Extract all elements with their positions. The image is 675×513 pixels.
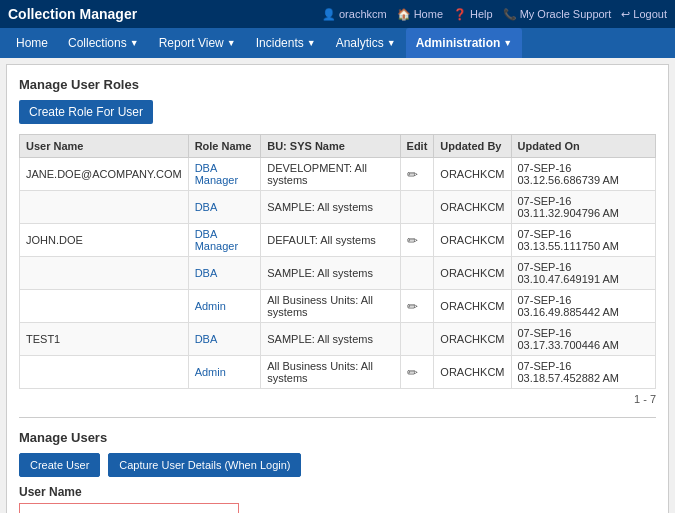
nav-report-view[interactable]: Report View ▼ — [149, 28, 246, 58]
logout-icon: ↩ — [621, 8, 630, 21]
roles-table: User Name Role Name BU: SYS Name Edit Up… — [19, 134, 656, 389]
cell-updatedby: ORACHKCM — [434, 224, 511, 257]
cell-role: DBA Manager — [188, 158, 261, 191]
cell-bu: SAMPLE: All systems — [261, 257, 400, 290]
support-link[interactable]: 📞 My Oracle Support — [503, 8, 612, 21]
col-updatedby: Updated By — [434, 135, 511, 158]
manage-roles-section: Manage User Roles Create Role For User U… — [19, 77, 656, 405]
incidents-caret: ▼ — [307, 38, 316, 48]
cell-updatedby: ORACHKCM — [434, 158, 511, 191]
cell-username: TEST1 — [20, 323, 189, 356]
cell-updatedon: 07-SEP-16 03.18.57.452882 AM — [511, 356, 656, 389]
cell-updatedon: 07-SEP-16 03.12.56.686739 AM — [511, 158, 656, 191]
cell-edit: ✏ — [400, 224, 434, 257]
col-username: User Name — [20, 135, 189, 158]
top-bar-links: 👤 orachkcm 🏠 Home ❓ Help 📞 My Oracle Sup… — [322, 8, 667, 21]
home-icon: 🏠 — [397, 8, 411, 21]
cell-role: Admin — [188, 356, 261, 389]
admin-caret: ▼ — [503, 38, 512, 48]
cell-edit — [400, 257, 434, 290]
cell-username — [20, 191, 189, 224]
cell-bu: DEVELOPMENT: All systems — [261, 158, 400, 191]
nav-administration[interactable]: Administration ▼ — [406, 28, 523, 58]
table-row: JANE.DOE@ACOMPANY.COM DBA Manager DEVELO… — [20, 158, 656, 191]
edit-icon[interactable]: ✏ — [407, 365, 418, 380]
section-divider — [19, 417, 656, 418]
cell-bu: All Business Units: All systems — [261, 356, 400, 389]
cell-updatedon: 07-SEP-16 03.11.32.904796 AM — [511, 191, 656, 224]
username-input[interactable] — [19, 503, 239, 513]
cell-username — [20, 257, 189, 290]
cell-edit: ✏ — [400, 356, 434, 389]
col-updatedon: Updated On — [511, 135, 656, 158]
table-row: DBA SAMPLE: All systems ORACHKCM 07-SEP-… — [20, 191, 656, 224]
cell-updatedby: ORACHKCM — [434, 191, 511, 224]
manage-users-buttons: Create User Capture User Details (When L… — [19, 453, 656, 477]
cell-bu: All Business Units: All systems — [261, 290, 400, 323]
create-role-button[interactable]: Create Role For User — [19, 100, 153, 124]
cell-username — [20, 356, 189, 389]
table-row: DBA SAMPLE: All systems ORACHKCM 07-SEP-… — [20, 257, 656, 290]
user-info: 👤 orachkcm — [322, 8, 387, 21]
edit-icon[interactable]: ✏ — [407, 167, 418, 182]
nav-collections[interactable]: Collections ▼ — [58, 28, 149, 58]
app-title: Collection Manager — [8, 6, 137, 22]
cell-edit — [400, 323, 434, 356]
cell-role: Admin — [188, 290, 261, 323]
phone-icon: 📞 — [503, 8, 517, 21]
edit-icon[interactable]: ✏ — [407, 299, 418, 314]
cell-updatedby: ORACHKCM — [434, 323, 511, 356]
cell-role: DBA — [188, 191, 261, 224]
col-rolename: Role Name — [188, 135, 261, 158]
logout-link[interactable]: ↩ Logout — [621, 8, 667, 21]
manage-users-section: Manage Users Create User Capture User De… — [19, 430, 656, 513]
cell-updatedon: 07-SEP-16 03.17.33.700446 AM — [511, 323, 656, 356]
cell-edit: ✏ — [400, 290, 434, 323]
manage-users-title: Manage Users — [19, 430, 656, 445]
table-row: JOHN.DOE DBA Manager DEFAULT: All system… — [20, 224, 656, 257]
edit-icon[interactable]: ✏ — [407, 233, 418, 248]
create-user-button[interactable]: Create User — [19, 453, 100, 477]
cell-edit: ✏ — [400, 158, 434, 191]
cell-bu: DEFAULT: All systems — [261, 224, 400, 257]
report-caret: ▼ — [227, 38, 236, 48]
cell-updatedby: ORACHKCM — [434, 356, 511, 389]
nav-incidents[interactable]: Incidents ▼ — [246, 28, 326, 58]
help-link[interactable]: ❓ Help — [453, 8, 493, 21]
cell-role: DBA — [188, 257, 261, 290]
main-content: Manage User Roles Create Role For User U… — [6, 64, 669, 513]
cell-edit — [400, 191, 434, 224]
analytics-caret: ▼ — [387, 38, 396, 48]
nav-analytics[interactable]: Analytics ▼ — [326, 28, 406, 58]
person-icon: 👤 — [322, 8, 336, 21]
collections-caret: ▼ — [130, 38, 139, 48]
cell-role: DBA — [188, 323, 261, 356]
cell-updatedby: ORACHKCM — [434, 290, 511, 323]
capture-user-button[interactable]: Capture User Details (When Login) — [108, 453, 301, 477]
cell-updatedon: 07-SEP-16 03.10.47.649191 AM — [511, 257, 656, 290]
home-link[interactable]: 🏠 Home — [397, 8, 443, 21]
manage-roles-title: Manage User Roles — [19, 77, 656, 92]
cell-username — [20, 290, 189, 323]
roles-pagination: 1 - 7 — [19, 393, 656, 405]
nav-bar: Home Collections ▼ Report View ▼ Inciden… — [0, 28, 675, 58]
cell-updatedon: 07-SEP-16 03.16.49.885442 AM — [511, 290, 656, 323]
cell-updatedby: ORACHKCM — [434, 257, 511, 290]
cell-username: JANE.DOE@ACOMPANY.COM — [20, 158, 189, 191]
table-row: Admin All Business Units: All systems ✏ … — [20, 290, 656, 323]
help-icon: ❓ — [453, 8, 467, 21]
top-bar: Collection Manager 👤 orachkcm 🏠 Home ❓ H… — [0, 0, 675, 28]
col-buname: BU: SYS Name — [261, 135, 400, 158]
col-edit: Edit — [400, 135, 434, 158]
cell-updatedon: 07-SEP-16 03.13.55.111750 AM — [511, 224, 656, 257]
cell-username: JOHN.DOE — [20, 224, 189, 257]
username-label: User Name — [19, 485, 656, 499]
nav-home[interactable]: Home — [6, 28, 58, 58]
cell-bu: SAMPLE: All systems — [261, 191, 400, 224]
cell-role: DBA Manager — [188, 224, 261, 257]
table-row: Admin All Business Units: All systems ✏ … — [20, 356, 656, 389]
cell-bu: SAMPLE: All systems — [261, 323, 400, 356]
table-row: TEST1 DBA SAMPLE: All systems ORACHKCM 0… — [20, 323, 656, 356]
